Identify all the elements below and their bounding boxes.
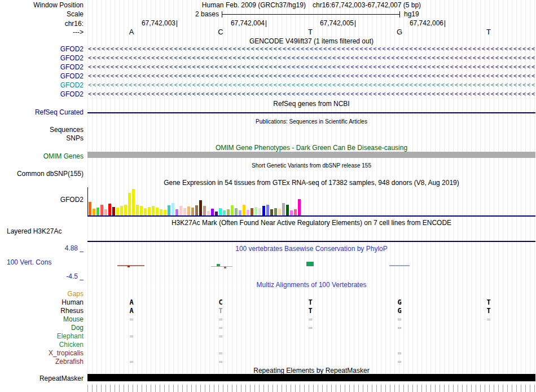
multiz-species-label-dog[interactable]: Dog bbox=[0, 324, 84, 332]
h3k27ac-baseline[interactable] bbox=[87, 241, 535, 242]
gtex-bar[interactable] bbox=[270, 209, 273, 215]
gtex-bar[interactable] bbox=[156, 208, 159, 215]
gtex-bar[interactable] bbox=[266, 205, 269, 215]
gencode-gene-label[interactable]: GFOD2 bbox=[0, 72, 84, 80]
multiz-species-label-zebrafish[interactable]: Zebrafish bbox=[0, 358, 84, 365]
snps-label[interactable]: SNPs bbox=[0, 134, 84, 142]
gtex-bar[interactable] bbox=[290, 210, 293, 215]
gtex-bar[interactable] bbox=[258, 208, 261, 215]
phylop-mark[interactable] bbox=[117, 265, 144, 266]
multiz-species-label-elephant[interactable]: Elephant bbox=[0, 332, 84, 340]
phylop-mark[interactable] bbox=[211, 266, 232, 267]
gtex-bar[interactable] bbox=[100, 205, 103, 215]
gtex-bar[interactable] bbox=[223, 210, 226, 215]
phylop-mark[interactable] bbox=[224, 267, 226, 268]
gtex-bar[interactable] bbox=[298, 199, 301, 215]
repeatmasker-label[interactable]: RepeatMasker bbox=[0, 375, 84, 382]
gtex-bar[interactable] bbox=[274, 208, 277, 215]
refseq-header[interactable]: RefSeq genes from NCBI bbox=[87, 100, 535, 108]
gtex-header[interactable]: Gene Expression in 54 tissues from GTEx … bbox=[87, 179, 535, 187]
gtex-bar[interactable] bbox=[112, 207, 115, 215]
gtex-bar[interactable] bbox=[286, 205, 289, 215]
dbsnp-header[interactable]: Short Genetic Variants from dbSNP releas… bbox=[87, 162, 535, 170]
gencode-gene-label[interactable]: GFOD2 bbox=[0, 45, 84, 53]
gtex-bar[interactable] bbox=[120, 206, 123, 215]
multiz-species-label-mouse[interactable]: Mouse bbox=[0, 315, 84, 323]
gtex-bar[interactable] bbox=[179, 206, 182, 215]
gtex-bar[interactable] bbox=[89, 202, 91, 215]
gencode-gene-label[interactable]: GFOD2 bbox=[0, 81, 84, 89]
gencode-transcript-arrows[interactable]: <<<<<<<<<<<<<<<<<<<<<<<<<<<<<<<<<<<<<<<<… bbox=[88, 90, 535, 98]
gtex-bar[interactable] bbox=[168, 205, 170, 215]
gtex-bar[interactable] bbox=[211, 209, 214, 215]
gtex-bar[interactable] bbox=[219, 208, 222, 215]
gencode-transcript-arrows[interactable]: <<<<<<<<<<<<<<<<<<<<<<<<<<<<<<<<<<<<<<<<… bbox=[88, 72, 535, 80]
multiz-header[interactable]: Multiz Alignments of 100 Vertebrates bbox=[87, 281, 535, 289]
gtex-bar[interactable] bbox=[104, 209, 107, 215]
gtex-bar[interactable] bbox=[247, 210, 249, 215]
gencode-header[interactable]: GENCODE V49lift37 (1 items filtered out) bbox=[87, 37, 535, 45]
gtex-gene-label[interactable]: GFOD2 bbox=[0, 196, 84, 204]
gtex-bar[interactable] bbox=[231, 205, 234, 215]
gtex-bar[interactable] bbox=[175, 209, 178, 215]
publications-header[interactable]: Publications: Sequences in Scientific Ar… bbox=[87, 118, 535, 126]
multiz-species-label-rhesus[interactable]: Rhesus bbox=[0, 307, 84, 315]
gtex-bar[interactable] bbox=[239, 210, 241, 215]
refseq-curated-label[interactable]: RefSeq Curated bbox=[0, 108, 84, 116]
repeatmasker-header[interactable]: Repeating Elements by RepeatMasker bbox=[87, 367, 535, 375]
gtex-bar[interactable] bbox=[254, 207, 257, 215]
gtex-bar[interactable] bbox=[199, 200, 202, 215]
gtex-bar[interactable] bbox=[132, 189, 135, 215]
gtex-bar[interactable] bbox=[152, 206, 155, 215]
gtex-bar[interactable] bbox=[262, 206, 265, 215]
gtex-bar[interactable] bbox=[251, 208, 253, 215]
gtex-bar[interactable] bbox=[172, 203, 174, 215]
multiz-species-label-chicken[interactable]: Chicken bbox=[0, 341, 84, 349]
gencode-gene-label[interactable]: GFOD2 bbox=[0, 63, 84, 71]
gtex-bar[interactable] bbox=[235, 208, 238, 215]
gtex-bar[interactable] bbox=[294, 209, 297, 215]
gencode-transcript-arrows[interactable]: <<<<<<<<<<<<<<<<<<<<<<<<<<<<<<<<<<<<<<<<… bbox=[88, 45, 535, 53]
gtex-bar[interactable] bbox=[195, 205, 198, 215]
gtex-bar[interactable] bbox=[140, 206, 143, 215]
gtex-bar[interactable] bbox=[207, 211, 210, 215]
gtex-bar[interactable] bbox=[191, 208, 194, 215]
gtex-bar[interactable] bbox=[203, 206, 206, 215]
omim-genes-label[interactable]: OMIM Genes bbox=[0, 152, 84, 160]
omim-genes-track[interactable] bbox=[87, 152, 535, 158]
gencode-transcript-arrows[interactable]: <<<<<<<<<<<<<<<<<<<<<<<<<<<<<<<<<<<<<<<<… bbox=[88, 81, 535, 89]
gencode-transcript-arrows[interactable]: <<<<<<<<<<<<<<<<<<<<<<<<<<<<<<<<<<<<<<<<… bbox=[88, 63, 535, 71]
h3k27ac-track-label[interactable]: Layered H3K27Ac bbox=[7, 227, 61, 235]
gtex-bar[interactable] bbox=[124, 205, 127, 215]
multiz-species-label-gaps[interactable]: Gaps bbox=[0, 290, 84, 298]
gtex-bar[interactable] bbox=[128, 193, 131, 215]
gencode-gene-label[interactable]: GFOD2 bbox=[0, 90, 84, 98]
gtex-bar[interactable] bbox=[136, 205, 139, 215]
phylop-mark[interactable] bbox=[217, 264, 220, 266]
gtex-bar[interactable] bbox=[116, 208, 119, 215]
gtex-bar[interactable] bbox=[215, 212, 218, 215]
gtex-bar[interactable] bbox=[160, 209, 162, 215]
gtex-bar[interactable] bbox=[282, 203, 285, 215]
repeatmasker-track[interactable] bbox=[87, 374, 535, 381]
phylop-track-label[interactable]: 100 Vert. Cons bbox=[7, 258, 51, 266]
phylop-mark[interactable] bbox=[128, 266, 130, 267]
gencode-transcript-arrows[interactable]: <<<<<<<<<<<<<<<<<<<<<<<<<<<<<<<<<<<<<<<<… bbox=[88, 54, 535, 62]
refseq-curated-track[interactable] bbox=[87, 112, 535, 113]
gtex-bar[interactable] bbox=[183, 208, 186, 215]
gtex-bar[interactable] bbox=[108, 204, 111, 215]
gtex-bar[interactable] bbox=[227, 209, 230, 215]
gencode-gene-label[interactable]: GFOD2 bbox=[0, 54, 84, 62]
gtex-bar[interactable] bbox=[164, 210, 166, 215]
phylop-header[interactable]: 100 vertebrates Basewise Conservation by… bbox=[87, 245, 535, 253]
gtex-bar[interactable] bbox=[243, 205, 245, 215]
gtex-bar[interactable] bbox=[278, 209, 281, 215]
dbsnp-label[interactable]: Common dbSNP(155) bbox=[0, 170, 84, 178]
phylop-mark[interactable] bbox=[306, 262, 314, 266]
gtex-bar[interactable] bbox=[148, 207, 151, 215]
gtex-bar[interactable] bbox=[187, 206, 190, 215]
phylop-mark[interactable] bbox=[389, 265, 410, 266]
multiz-species-label-x_tropicalis[interactable]: X_tropicalis bbox=[0, 349, 84, 357]
sequences-label[interactable]: Sequences bbox=[0, 126, 84, 134]
gtex-bar[interactable] bbox=[144, 208, 147, 215]
